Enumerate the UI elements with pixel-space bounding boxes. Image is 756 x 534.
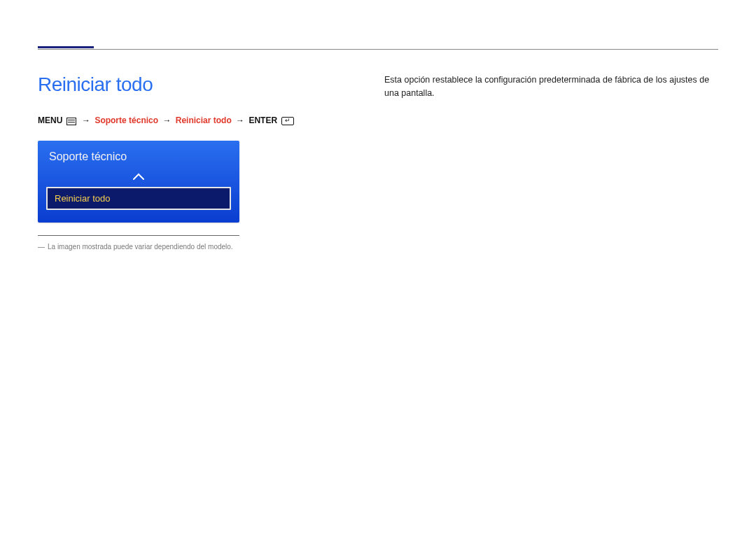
arrow-icon: → [236, 115, 244, 125]
arrow-icon: → [162, 115, 171, 125]
breadcrumb: MENU → Soporte técnico → Reiniciar todo … [38, 115, 356, 125]
breadcrumb-menu-label: MENU [38, 115, 62, 125]
footnote-text: La imagen mostrada puede variar dependie… [48, 243, 233, 251]
enter-icon [281, 117, 294, 125]
osd-panel-title: Soporte técnico [46, 148, 231, 170]
breadcrumb-item-soporte: Soporte técnico [94, 115, 158, 125]
footnote: ―La imagen mostrada puede variar dependi… [38, 243, 239, 251]
arrow-icon: → [82, 115, 90, 125]
breadcrumb-item-reiniciar: Reiniciar todo [176, 115, 232, 125]
left-divider-line [38, 235, 239, 236]
description-text: Esta opción restablece la configuración … [384, 73, 718, 100]
page-title: Reiniciar todo [38, 73, 356, 96]
osd-scroll-up[interactable] [46, 170, 231, 183]
accent-bar [38, 46, 94, 48]
footnote-dash: ― [38, 243, 45, 251]
top-divider-line [38, 49, 718, 50]
osd-selected-item[interactable]: Reiniciar todo [46, 187, 231, 210]
osd-panel: Soporte técnico Reiniciar todo [38, 141, 239, 223]
menu-icon [66, 118, 76, 125]
chevron-up-icon [133, 173, 144, 180]
breadcrumb-enter-label: ENTER [248, 115, 277, 125]
